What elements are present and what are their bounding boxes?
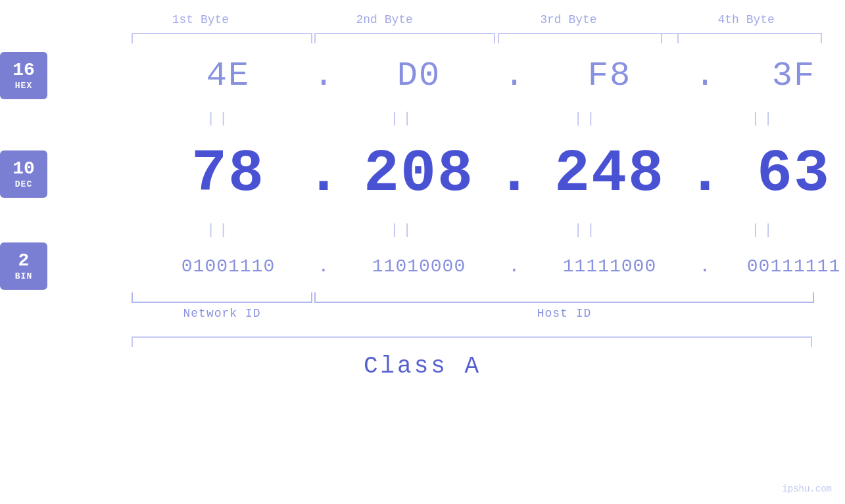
bin-dot2: . — [498, 256, 531, 277]
hex-badge: 16 HEX — [0, 52, 47, 99]
hex-b2: D0 — [340, 57, 498, 95]
dec-dot3: . — [688, 141, 721, 208]
bin-b3: 11111000 — [531, 256, 688, 277]
byte2-header: 2nd Byte — [309, 13, 460, 26]
dec-b3: 248 — [531, 141, 688, 208]
dec-badge: 10 DEC — [0, 150, 47, 198]
hex-badge-col: 16 HEX — [0, 52, 47, 99]
hex-b4: 3F — [721, 57, 845, 95]
eq2-b2: || — [327, 222, 479, 239]
hex-badge-number: 16 — [12, 60, 35, 81]
bin-dot3: . — [688, 256, 721, 277]
dec-b2: 208 — [340, 141, 498, 208]
top-bracket-4 — [661, 33, 822, 43]
bin-badge-col: 2 BIN — [0, 242, 47, 290]
hex-badge-label: HEX — [15, 81, 32, 91]
dec-dot1: . — [307, 141, 340, 208]
eq2-b3: || — [510, 222, 662, 239]
top-bracket-2 — [314, 33, 495, 43]
bin-values: 01001110 . 11010000 . 11111000 . 0011111… — [149, 256, 845, 277]
byte1-header: 1st Byte — [125, 13, 276, 26]
top-bracket-1 — [132, 33, 312, 43]
dec-badge-number: 10 — [12, 159, 35, 179]
dec-values: 78 . 208 . 248 . 63 — [149, 141, 845, 208]
host-id-bracket — [314, 292, 814, 303]
class-bracket-area — [0, 336, 845, 350]
bin-badge: 2 BIN — [0, 242, 47, 290]
eq2-b1: || — [143, 222, 295, 239]
network-id-label: Network ID — [132, 307, 312, 320]
top-brackets — [0, 33, 845, 46]
eq1-b4: || — [694, 110, 834, 127]
hex-dot1: . — [307, 57, 340, 95]
hex-b1: 4E — [149, 57, 307, 95]
bin-badge-label: BIN — [15, 271, 32, 281]
dec-b4: 63 — [721, 141, 845, 208]
byte3-header: 3rd Byte — [493, 13, 644, 26]
host-id-label: Host ID — [314, 307, 814, 320]
hex-dot3: . — [688, 57, 721, 95]
id-labels-row: Network ID Host ID — [0, 307, 845, 333]
equals-row-2: || || || || — [143, 217, 834, 243]
top-bracket-3 — [498, 33, 679, 43]
hex-b3: F8 — [531, 57, 688, 95]
class-bracket — [132, 336, 812, 347]
dec-badge-col: 10 DEC — [0, 150, 47, 198]
eq2-b4: || — [694, 222, 834, 239]
class-label: Class A — [0, 353, 845, 380]
bin-row: 2 BIN 01001110 . 11010000 . 11111000 . — [0, 243, 845, 289]
bin-b1: 01001110 — [149, 256, 307, 277]
bottom-bracket-area — [0, 292, 845, 306]
dec-b1: 78 — [149, 141, 307, 208]
byte4-header: 4th Byte — [677, 13, 815, 26]
dec-row: 10 DEC 78 . 208 . 248 . 63 — [0, 131, 845, 217]
bin-b4: 00111111 — [721, 256, 845, 277]
equals-row-1: || || || || — [143, 105, 834, 131]
network-id-bracket — [132, 292, 312, 303]
bin-dot1: . — [307, 256, 340, 277]
hex-dot2: . — [498, 57, 531, 95]
eq1-b2: || — [327, 110, 479, 127]
hex-row: 16 HEX 4E . D0 . F8 . 3F — [0, 46, 845, 105]
watermark: ipshu.com — [782, 484, 832, 494]
eq1-b3: || — [510, 110, 662, 127]
byte-headers: 1st Byte 2nd Byte 3rd Byte 4th Byte — [125, 13, 815, 26]
bin-b2: 11010000 — [340, 256, 498, 277]
main-container: 1st Byte 2nd Byte 3rd Byte 4th Byte 16 H… — [0, 0, 845, 504]
bin-badge-number: 2 — [18, 251, 30, 271]
dec-badge-label: DEC — [15, 179, 32, 189]
dec-dot2: . — [498, 141, 531, 208]
hex-values: 4E . D0 . F8 . 3F — [149, 57, 845, 95]
eq1-b1: || — [143, 110, 295, 127]
